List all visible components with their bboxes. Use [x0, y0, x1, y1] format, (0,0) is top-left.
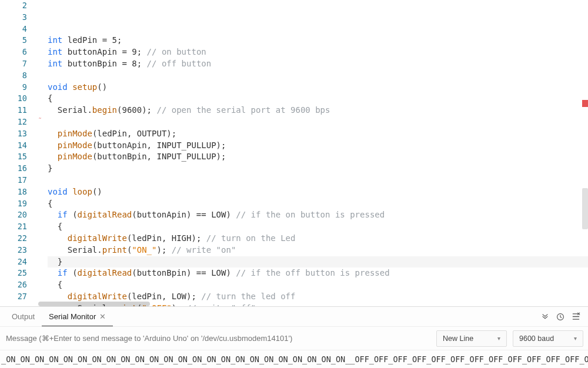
- line-number: 11: [0, 105, 27, 116]
- code-editor[interactable]: 2345678910111213141516171819202122232425…: [0, 0, 588, 306]
- line-number: 9: [0, 82, 27, 93]
- line-number: 16: [0, 163, 27, 175]
- error-marker[interactable]: [582, 100, 588, 107]
- dropdown-value: New Line: [443, 334, 473, 343]
- code-line[interactable]: {: [48, 93, 588, 105]
- minimap[interactable]: [580, 0, 588, 306]
- chevron-down-icon: ▾: [497, 335, 500, 342]
- code-line[interactable]: [48, 175, 588, 186]
- line-number: 7: [0, 58, 27, 70]
- tab-output[interactable]: Output: [5, 307, 42, 326]
- line-number: 21: [0, 221, 27, 233]
- code-line[interactable]: if (digitalRead(buttonApin) == LOW) // i…: [48, 209, 588, 221]
- code-line[interactable]: Serial.print("ON_"); // write "on": [48, 245, 588, 256]
- close-icon[interactable]: ✕: [99, 312, 106, 321]
- horizontal-scrollbar[interactable]: [38, 302, 150, 306]
- code-line[interactable]: int buttonApin = 9; // on button: [48, 46, 588, 58]
- line-number-gutter: 2345678910111213141516171819202122232425…: [0, 0, 38, 306]
- line-number: 26: [0, 279, 27, 291]
- code-line[interactable]: if (digitalRead(buttonBpin) == LOW) // i…: [48, 267, 588, 279]
- code-line[interactable]: [48, 24, 588, 35]
- code-line[interactable]: [48, 70, 588, 82]
- line-number: 25: [0, 267, 27, 279]
- line-number: 22: [0, 233, 27, 245]
- serial-console-output: _ON_ON_ON_ON_ON_ON_ON_ON_ON_ON_ON_ON_ON_…: [0, 350, 588, 368]
- clock-icon[interactable]: [553, 309, 568, 324]
- line-number: 17: [0, 175, 27, 186]
- code-line[interactable]: ˜: [48, 116, 588, 128]
- baud-rate-dropdown[interactable]: 9600 baud ▾: [513, 330, 583, 347]
- code-line[interactable]: }: [48, 163, 588, 175]
- clear-output-icon[interactable]: [568, 309, 583, 324]
- line-number: 23: [0, 245, 27, 256]
- panel-tabs: Output Serial Monitor ✕: [0, 307, 588, 327]
- dropdown-value: 9600 baud: [519, 334, 554, 343]
- line-ending-dropdown[interactable]: New Line ▾: [436, 330, 507, 347]
- line-number: 18: [0, 186, 27, 198]
- code-line[interactable]: }: [48, 256, 588, 268]
- line-number: 6: [0, 46, 27, 58]
- serial-message-row: New Line ▾ 9600 baud ▾: [0, 327, 588, 350]
- line-number: 12: [0, 116, 27, 128]
- line-number: 15: [0, 151, 27, 163]
- line-number: 3: [0, 12, 27, 24]
- code-line[interactable]: {: [48, 221, 588, 233]
- collapse-panel-icon[interactable]: [537, 309, 553, 324]
- code-area[interactable]: int ledPin = 5;int buttonApin = 9; // on…: [38, 0, 588, 306]
- line-number: 27: [0, 291, 27, 303]
- console-text: _ON_ON_ON_ON_ON_ON_ON_ON_ON_ON_ON_ON_ON_…: [1, 354, 588, 364]
- code-line[interactable]: Serial.begin(9600); // open the serial p…: [48, 105, 588, 116]
- line-number: 5: [0, 35, 27, 46]
- tab-label: Output: [12, 312, 35, 321]
- line-number: 10: [0, 93, 27, 105]
- code-line[interactable]: {: [48, 198, 588, 210]
- line-number: 19: [0, 198, 27, 210]
- bottom-panel: Output Serial Monitor ✕ New Line ▾ 9600 …: [0, 306, 588, 368]
- tab-serial-monitor[interactable]: Serial Monitor ✕: [42, 307, 113, 326]
- line-number: 13: [0, 128, 27, 140]
- serial-message-input[interactable]: [5, 330, 430, 346]
- code-line[interactable]: pinMode(ledPin, OUTPUT);: [48, 128, 588, 140]
- line-number: 2: [0, 0, 27, 12]
- code-line[interactable]: int buttonBpin = 8; // off button: [48, 58, 588, 70]
- code-line[interactable]: int ledPin = 5;: [48, 35, 588, 46]
- code-line[interactable]: digitalWrite(ledPin, HIGH); // turn on t…: [48, 233, 588, 245]
- code-line[interactable]: void setup(): [48, 82, 588, 93]
- line-number: 8: [0, 70, 27, 82]
- code-line[interactable]: digitalWrite(ledPin, LOW); // turn the l…: [48, 291, 588, 303]
- tab-label: Serial Monitor: [49, 312, 96, 321]
- line-number: 20: [0, 209, 27, 221]
- code-line[interactable]: pinMode(buttonBpin, INPUT_PULLUP);: [48, 151, 588, 163]
- code-line[interactable]: void loop(): [48, 186, 588, 198]
- minimap-region: [582, 188, 588, 229]
- chevron-down-icon: ▾: [574, 335, 577, 342]
- code-line[interactable]: {: [48, 279, 588, 291]
- line-number: 14: [0, 140, 27, 152]
- line-number: 4: [0, 24, 27, 35]
- line-number: 24: [0, 256, 27, 268]
- code-line[interactable]: pinMode(buttonApin, INPUT_PULLUP);: [48, 140, 588, 152]
